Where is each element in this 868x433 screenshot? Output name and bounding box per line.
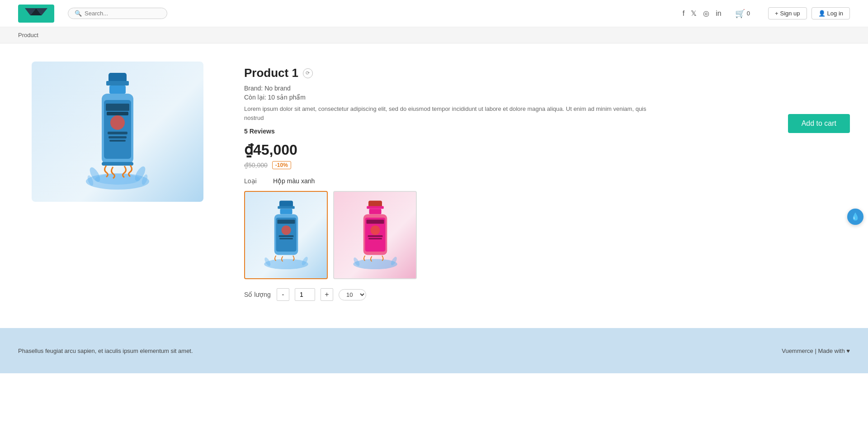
svg-rect-35 [367,206,384,209]
quantity-row: Số lượng - + 10 20 30 [244,288,850,301]
chat-icon: 💧 [851,212,860,221]
quantity-label: Số lượng [244,291,271,298]
breadcrumb: Product [0,27,868,43]
product-main-image [32,62,203,202]
variant-pink[interactable] [333,191,417,279]
price-main: ₫45,000 [244,141,297,158]
add-to-cart-button[interactable]: Add to cart [788,114,850,133]
svg-rect-23 [278,206,295,209]
instagram-icon[interactable]: ◎ [703,9,709,18]
product-stock: Còn lại: 10 sản phẩm [244,94,850,101]
svg-point-28 [281,225,291,235]
twitter-icon[interactable]: 𝕏 [691,9,697,18]
price-original-row: ₫50,000 -10% [244,161,297,169]
auth-buttons: + Sign up 👤 Log in [768,7,850,19]
product-brand: Brand: No brand [244,85,850,92]
login-icon: 👤 [818,10,826,17]
search-icon: 🔍 [75,10,82,17]
quantity-input[interactable] [295,288,315,301]
svg-rect-42 [368,238,382,239]
svg-point-17 [95,174,140,185]
svg-rect-24 [280,209,292,214]
loai-label: Loại [244,177,267,185]
svg-rect-30 [279,238,293,239]
svg-rect-6 [109,86,126,94]
quantity-minus-button[interactable]: - [277,288,289,301]
product-title: Product 1 [244,66,298,80]
variant-blue[interactable] [244,191,328,279]
share-icon[interactable]: ⟳ [303,68,313,78]
search-input[interactable] [85,10,160,17]
svg-rect-39 [366,219,384,224]
svg-point-40 [370,225,380,235]
signup-button[interactable]: + Sign up [768,7,807,19]
logo[interactable] [18,5,54,23]
footer-left-text: Phasellus feugiat arcu sapien, et iaculi… [18,347,193,354]
cart-icon: 🛒 [735,9,745,19]
footer: Phasellus feugiat arcu sapien, et iaculi… [0,328,868,373]
price-add-row: ₫45,000 ₫50,000 -10% Add to cart [244,141,850,177]
loai-value: Hộp màu xanh [273,177,315,185]
product-info: Product 1 ⟳ Brand: No brand Còn lại: 10 … [244,62,850,301]
variant-selector [244,191,850,279]
cart-area[interactable]: 🛒 0 [735,9,750,19]
discount-badge: -10% [272,161,291,169]
breadcrumb-item-product[interactable]: Product [18,32,38,38]
svg-rect-5 [106,81,129,86]
svg-rect-12 [108,132,127,134]
svg-point-43 [353,259,397,269]
price-section: ₫45,000 ₫50,000 -10% [244,141,297,177]
price-original: ₫50,000 [244,162,268,169]
svg-rect-36 [369,209,381,214]
svg-rect-13 [108,136,127,138]
header: 🔍 f 𝕏 ◎ in 🛒 0 + Sign up 👤 Log in [0,0,868,27]
product-reviews: 5 Reviews [244,128,850,135]
svg-rect-29 [278,235,293,237]
loai-row: Loại Hộp màu xanh [244,177,850,185]
linkedin-icon[interactable]: in [716,10,721,18]
svg-rect-10 [107,112,128,115]
product-container: Product 1 ⟳ Brand: No brand Còn lại: 10 … [0,43,868,328]
product-image-area [18,62,217,301]
product-description: Lorem ipsum dolor sit amet, consectetur … [244,105,651,122]
login-button[interactable]: 👤 Log in [811,7,850,19]
svg-rect-9 [106,104,129,111]
quantity-plus-button[interactable]: + [321,288,333,301]
facebook-icon[interactable]: f [683,10,684,18]
social-links: f 𝕏 ◎ in [683,9,722,18]
svg-rect-41 [368,235,382,237]
cart-count: 0 [747,10,750,17]
search-box[interactable]: 🔍 [68,8,167,19]
svg-point-11 [110,115,125,130]
svg-rect-15 [102,162,133,166]
svg-rect-14 [109,140,126,142]
svg-rect-27 [277,219,295,224]
footer-right-text: Vuemmerce | Made with ♥ [782,347,850,354]
quantity-select[interactable]: 10 20 30 [339,289,366,300]
product-title-row: Product 1 ⟳ [244,66,850,80]
price-row: ₫45,000 [244,141,297,158]
chat-button[interactable]: 💧 [847,209,863,225]
signup-icon: + [775,10,778,17]
svg-point-31 [264,259,308,269]
